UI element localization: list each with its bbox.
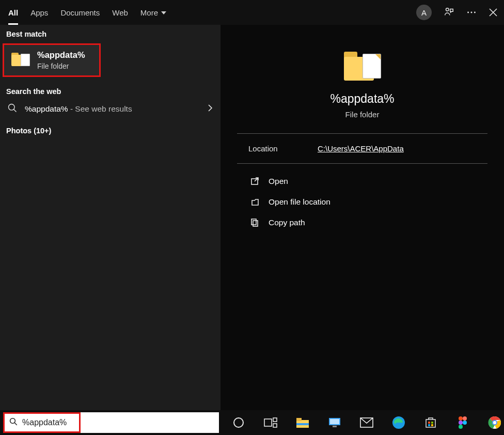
svg-point-33 xyxy=(459,421,463,425)
search-icon xyxy=(7,103,18,115)
svg-rect-16 xyxy=(273,418,277,422)
location-path-link[interactable]: C:\Users\ACER\AppData xyxy=(318,144,404,153)
tab-documents[interactable]: Documents xyxy=(60,0,100,25)
more-options-icon[interactable] xyxy=(466,7,477,18)
tab-all[interactable]: All xyxy=(8,0,18,25)
folder-icon-large xyxy=(344,52,381,83)
taskbar xyxy=(0,410,504,435)
filter-tabs: All Apps Documents Web More xyxy=(8,0,166,25)
best-match-label: Best match xyxy=(0,25,220,40)
best-match-title: %appdata% xyxy=(37,50,85,60)
taskbar-search-input[interactable] xyxy=(22,418,75,427)
preview-card: %appdata% File folder Location C:\Users\… xyxy=(228,32,497,403)
web-result-label: %appdata% - See web results xyxy=(25,104,132,114)
monitor-app-icon[interactable] xyxy=(327,415,342,430)
action-copy-path[interactable]: Copy path xyxy=(243,212,481,233)
chevron-right-icon xyxy=(207,103,213,115)
svg-point-2 xyxy=(467,12,469,13)
chrome-icon[interactable] xyxy=(487,415,502,430)
svg-point-7 xyxy=(9,104,15,111)
task-view-icon[interactable] xyxy=(263,415,278,430)
location-row: Location C:\Users\ACER\AppData xyxy=(237,134,487,164)
svg-rect-29 xyxy=(428,424,430,426)
web-result-suffix: - See web results xyxy=(68,104,132,113)
svg-rect-17 xyxy=(273,424,277,427)
svg-point-12 xyxy=(10,418,15,424)
svg-rect-11 xyxy=(251,219,256,225)
svg-point-38 xyxy=(493,421,496,424)
preview-title: %appdata% xyxy=(330,92,394,106)
svg-point-3 xyxy=(471,12,472,13)
svg-rect-22 xyxy=(330,419,339,424)
preview-header: %appdata% File folder xyxy=(237,41,487,134)
edge-browser-icon[interactable] xyxy=(391,415,406,430)
best-match-result[interactable]: %appdata% File folder xyxy=(3,43,101,77)
svg-line-13 xyxy=(14,423,17,425)
taskbar-search-box-extension[interactable] xyxy=(81,412,219,433)
top-right-controls: A xyxy=(416,5,498,20)
svg-line-8 xyxy=(14,110,17,112)
main-area: Best match %appdata% File folder Search … xyxy=(0,25,504,410)
preview-pane: %appdata% File folder Location C:\Users\… xyxy=(220,25,504,410)
tab-more-label: More xyxy=(140,8,158,17)
action-open-loc-label: Open file location xyxy=(269,197,330,207)
tab-apps[interactable]: Apps xyxy=(30,0,48,25)
svg-point-1 xyxy=(446,8,449,11)
svg-point-32 xyxy=(463,416,467,421)
action-open-file-location[interactable]: Open file location xyxy=(243,192,481,212)
web-result-item[interactable]: %appdata% - See web results xyxy=(0,98,220,120)
location-label: Location xyxy=(248,144,318,153)
svg-point-35 xyxy=(459,425,463,429)
svg-point-34 xyxy=(463,421,467,425)
chevron-down-icon xyxy=(161,11,166,14)
top-bar: All Apps Documents Web More A xyxy=(0,0,504,25)
tab-web[interactable]: Web xyxy=(112,0,128,25)
file-explorer-icon[interactable] xyxy=(295,415,310,430)
preview-actions: Open Open file location Copy path xyxy=(237,164,487,240)
folder-icon xyxy=(11,53,30,68)
svg-rect-26 xyxy=(426,420,435,427)
figma-icon[interactable] xyxy=(455,415,470,430)
best-match-subtitle: File folder xyxy=(37,62,85,70)
preview-subtitle: File folder xyxy=(345,110,380,119)
svg-rect-27 xyxy=(428,422,430,424)
taskbar-search-box[interactable] xyxy=(3,412,81,433)
best-match-text: %appdata% File folder xyxy=(37,50,85,70)
open-location-icon xyxy=(250,197,260,207)
svg-rect-30 xyxy=(431,424,433,426)
web-result-prefix: %appdata% xyxy=(25,104,68,113)
svg-rect-23 xyxy=(333,426,337,427)
svg-rect-10 xyxy=(253,221,258,226)
action-open-label: Open xyxy=(269,177,288,186)
user-avatar[interactable]: A xyxy=(416,5,432,20)
svg-rect-28 xyxy=(431,422,433,424)
mail-icon[interactable] xyxy=(359,415,374,430)
taskbar-apps xyxy=(231,415,502,430)
svg-rect-15 xyxy=(264,419,272,426)
search-icon xyxy=(9,417,18,428)
results-pane: Best match %appdata% File folder Search … xyxy=(0,25,220,410)
svg-rect-20 xyxy=(296,423,309,425)
action-copy-path-label: Copy path xyxy=(269,218,305,227)
svg-point-4 xyxy=(474,12,476,13)
svg-point-31 xyxy=(459,416,463,421)
feedback-icon[interactable] xyxy=(443,7,454,18)
svg-point-14 xyxy=(234,418,243,427)
tab-more[interactable]: More xyxy=(140,0,166,25)
cortana-icon[interactable] xyxy=(231,415,246,430)
svg-marker-0 xyxy=(161,11,166,14)
microsoft-store-icon[interactable] xyxy=(423,415,438,430)
copy-icon xyxy=(250,218,260,227)
close-icon[interactable] xyxy=(489,8,498,17)
photos-section-label[interactable]: Photos (10+) xyxy=(0,120,220,141)
svg-rect-19 xyxy=(296,418,302,421)
action-open[interactable]: Open xyxy=(243,171,295,192)
search-web-label: Search the web xyxy=(0,82,220,98)
open-icon xyxy=(250,177,260,186)
